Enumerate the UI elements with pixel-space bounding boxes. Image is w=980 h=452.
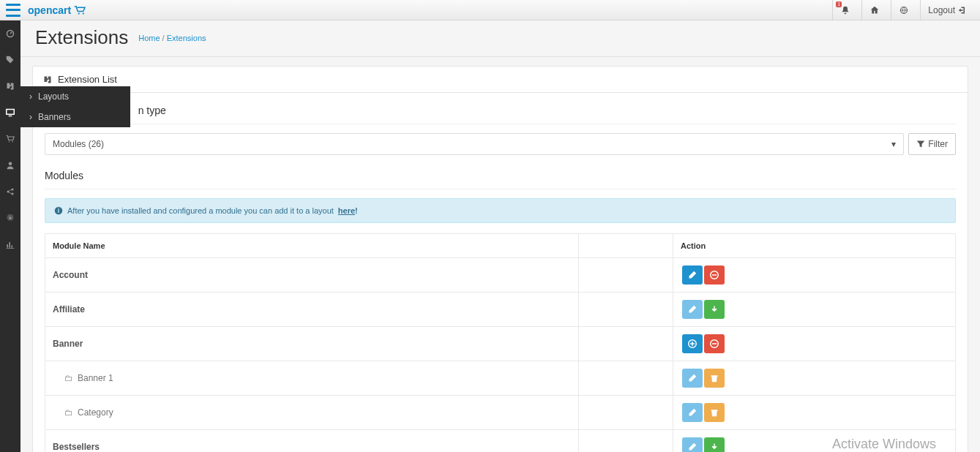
edit-button[interactable] xyxy=(682,369,703,388)
edit-button[interactable] xyxy=(682,437,703,452)
module-mid-cell xyxy=(578,361,673,396)
flyout-label: Banners xyxy=(38,112,71,122)
breadcrumb: Home / Extensions xyxy=(138,34,206,42)
modules-heading: Modules xyxy=(45,170,956,189)
flyout-label: Layouts xyxy=(38,91,69,102)
table-row: Banner xyxy=(45,327,956,361)
panel-body: Choose the extension type Modules (26) ▾… xyxy=(33,93,968,452)
info-alert: i After you have installed and configure… xyxy=(45,198,956,223)
modules-table: Module Name Action AccountAffiliateBanne… xyxy=(45,233,956,452)
module-name-cell: Bestsellers xyxy=(45,430,579,453)
col-name: Module Name xyxy=(45,234,579,258)
logout-button[interactable]: Logout xyxy=(920,0,974,20)
logout-label: Logout xyxy=(928,5,955,15)
menu-toggle[interactable] xyxy=(6,4,20,17)
select-value: Modules (26) xyxy=(53,139,104,149)
tags-icon xyxy=(6,56,15,64)
module-mid-cell xyxy=(578,258,673,293)
topbar-right: 1 Logout xyxy=(832,0,974,20)
sidebar-extensions[interactable] xyxy=(0,79,20,94)
module-mid-cell xyxy=(578,396,673,430)
sidebar-design[interactable] xyxy=(0,105,20,120)
module-name-cell: Affiliate xyxy=(45,293,579,327)
col-action: Action xyxy=(673,234,956,258)
bell-icon xyxy=(841,6,850,15)
delete-button[interactable] xyxy=(704,403,725,422)
table-row: Affiliate xyxy=(45,293,956,327)
flyout-banners[interactable]: › Banners xyxy=(20,107,130,127)
install-button[interactable] xyxy=(704,300,725,319)
monitor-icon xyxy=(6,108,15,117)
info-here-link[interactable]: here xyxy=(338,206,355,215)
module-name-cell: 🗀Banner 1 xyxy=(45,361,579,396)
svg-point-7 xyxy=(9,162,12,166)
notification-badge: 1 xyxy=(836,1,842,7)
module-action-cell xyxy=(673,258,956,293)
uninstall-button[interactable] xyxy=(704,334,725,353)
globe-button[interactable] xyxy=(891,0,916,20)
gear-icon xyxy=(6,214,15,222)
install-button[interactable] xyxy=(704,437,725,452)
panel-header: Extension List xyxy=(33,67,968,93)
home-button[interactable] xyxy=(861,0,886,20)
table-row: 🗀Category xyxy=(45,396,956,430)
svg-rect-4 xyxy=(7,110,15,115)
logout-icon xyxy=(958,6,967,15)
svg-point-0 xyxy=(78,12,80,14)
chart-icon xyxy=(6,240,15,249)
sidebar-marketing[interactable] xyxy=(0,184,20,199)
module-action-cell xyxy=(673,361,956,396)
info-icon: i xyxy=(54,206,63,215)
share-icon xyxy=(6,187,15,196)
sidebar-sales[interactable] xyxy=(0,132,20,146)
windows-watermark: Activate Windows xyxy=(832,437,936,452)
add-button[interactable] xyxy=(682,334,703,353)
extension-type-select[interactable]: Modules (26) ▾ xyxy=(45,133,904,155)
module-name-cell: Account xyxy=(45,258,579,293)
sidebar-dashboard[interactable] xyxy=(0,26,20,41)
dashboard-icon xyxy=(6,29,15,38)
col-mid xyxy=(578,234,673,258)
folder-icon: 🗀 xyxy=(64,407,73,418)
module-mid-cell xyxy=(578,430,673,453)
page-title: Extensions xyxy=(35,26,128,49)
edit-button[interactable] xyxy=(682,403,703,422)
edit-button[interactable] xyxy=(682,265,703,285)
filter-label: Filter xyxy=(928,139,948,149)
design-flyout: › Layouts › Banners xyxy=(20,86,130,127)
sidebar-reports[interactable] xyxy=(0,237,20,252)
chevron-right-icon: › xyxy=(29,112,32,122)
flyout-layouts[interactable]: › Layouts xyxy=(20,86,130,107)
module-mid-cell xyxy=(578,327,673,361)
module-name-cell: Banner xyxy=(45,327,579,361)
breadcrumb-home[interactable]: Home xyxy=(138,34,160,42)
notifications-button[interactable]: 1 xyxy=(832,0,857,20)
svg-point-6 xyxy=(12,141,13,143)
breadcrumb-current[interactable]: Extensions xyxy=(167,34,206,42)
cart-sidebar-icon xyxy=(6,135,15,143)
table-row: Account xyxy=(45,258,956,293)
globe-icon xyxy=(899,6,908,15)
table-row: 🗀Banner 1 xyxy=(45,361,956,396)
module-action-cell xyxy=(673,327,956,361)
panel-title: Extension List xyxy=(58,74,117,85)
brand-text: opencart xyxy=(28,4,71,16)
sidebar-catalog[interactable] xyxy=(0,53,20,67)
folder-icon: 🗀 xyxy=(64,373,73,383)
delete-button[interactable] xyxy=(704,369,725,388)
brand-logo[interactable]: opencart xyxy=(28,4,87,16)
extension-panel: Extension List Choose the extension type… xyxy=(32,66,968,452)
svg-text:i: i xyxy=(58,208,59,214)
uninstall-button[interactable] xyxy=(704,265,725,285)
cart-icon xyxy=(74,6,87,15)
module-mid-cell xyxy=(578,293,673,327)
puzzle-icon xyxy=(6,82,15,91)
info-text: After you have installed and configured … xyxy=(67,206,334,215)
edit-button[interactable] xyxy=(682,300,703,319)
sidebar xyxy=(0,20,20,452)
sidebar-customers[interactable] xyxy=(0,158,20,173)
filter-button[interactable]: Filter xyxy=(908,133,956,155)
sidebar-system[interactable] xyxy=(0,211,20,225)
module-name-cell: 🗀Category xyxy=(45,396,579,430)
filter-row: Modules (26) ▾ Filter xyxy=(45,133,956,155)
